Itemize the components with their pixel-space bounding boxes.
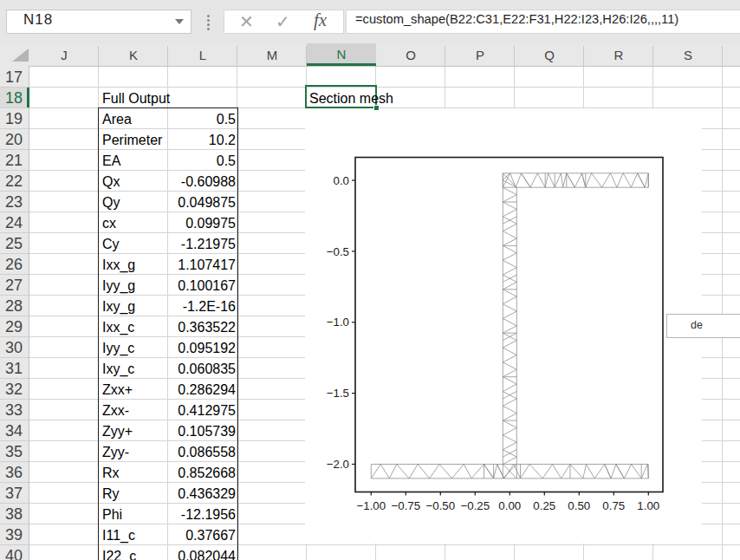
- svg-text:0.25: 0.25: [533, 499, 555, 512]
- svg-text:−1.0: −1.0: [327, 316, 349, 329]
- svg-text:0.50: 0.50: [568, 499, 590, 512]
- svg-text:−1.5: −1.5: [327, 387, 349, 400]
- svg-text:−0.50: −0.50: [425, 499, 455, 512]
- svg-text:−1.00: −1.00: [356, 499, 386, 512]
- svg-text:−2.0: −2.0: [327, 458, 349, 471]
- svg-text:0.0: 0.0: [334, 174, 350, 187]
- svg-text:1.00: 1.00: [637, 499, 659, 512]
- svg-text:−0.75: −0.75: [391, 499, 420, 512]
- svg-text:0.00: 0.00: [498, 499, 521, 512]
- svg-text:0.75: 0.75: [602, 499, 625, 512]
- svg-text:−0.25: −0.25: [460, 499, 490, 512]
- svg-text:−0.5: −0.5: [327, 245, 349, 258]
